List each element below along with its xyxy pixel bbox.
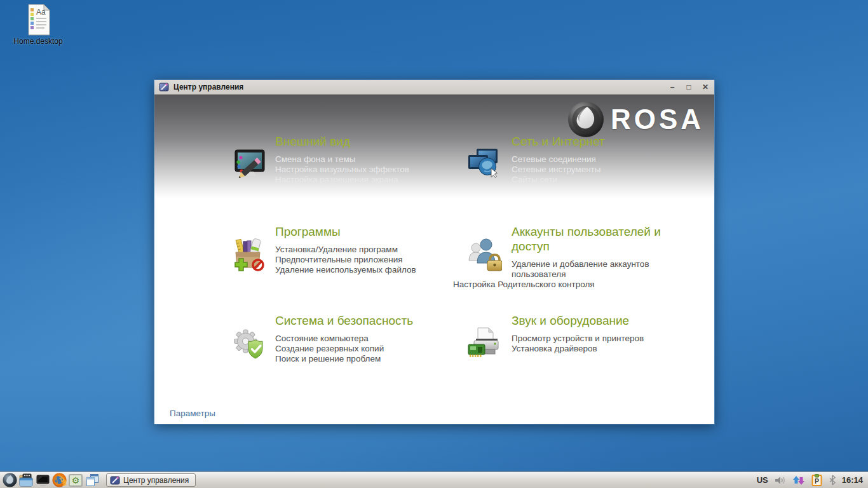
link-network-sites[interactable]: Сайты сети <box>512 175 675 185</box>
titlebar[interactable]: Центр управления – □ ✕ <box>154 80 714 95</box>
window-title: Центр управления <box>173 83 243 92</box>
section-accounts: Аккаунты пользователей и доступ Удаление… <box>466 224 676 290</box>
display-settings-button[interactable] <box>35 473 50 488</box>
section-title-appearance[interactable]: Внешний вид <box>275 134 439 149</box>
control-center-window-icon <box>159 82 169 92</box>
firefox-icon <box>52 473 67 487</box>
link-backups[interactable]: Создание резервных копий <box>275 344 439 354</box>
link-computer-status[interactable]: Состояние компьютера <box>275 334 439 344</box>
control-center-content: ROSA <box>154 95 714 424</box>
rosa-logo-text: ROSA <box>611 104 704 135</box>
link-screen-resolution[interactable]: Настройка разрешения экрана <box>275 175 439 185</box>
section-title-sound-hardware[interactable]: Звук и оборудование <box>512 313 675 328</box>
user-accounts-icon[interactable] <box>466 236 502 271</box>
display-icon <box>36 473 50 487</box>
network-icon[interactable] <box>466 146 502 181</box>
system-security-icon[interactable] <box>230 325 266 360</box>
network-traffic-icon[interactable] <box>792 475 805 485</box>
rosa-menu-button[interactable] <box>2 473 17 488</box>
link-add-remove-accounts[interactable]: Удаление и добавление аккаунтов пользова… <box>512 259 675 280</box>
link-preferred-applications[interactable]: Предпочтительные приложения <box>275 255 439 265</box>
section-sound-hardware: Звук и оборудование Просмотр устройств и… <box>466 313 676 360</box>
task-button-label: Центр управления <box>123 476 189 485</box>
section-title-system-security[interactable]: Система и безопасность <box>275 313 439 328</box>
file-manager-icon <box>18 473 34 487</box>
system-tray: US P <box>757 474 863 486</box>
firefox-button[interactable] <box>51 473 67 488</box>
taskbar: ⚙ Центр управления US <box>0 471 868 488</box>
show-desktop-icon <box>85 473 100 487</box>
link-network-connections[interactable]: Сетевые соединения <box>512 154 675 165</box>
link-driver-installation[interactable]: Установка драйверов <box>512 344 675 354</box>
link-parental-controls[interactable]: Настройка Родительского контроля <box>453 280 675 290</box>
clipboard-manager-icon[interactable]: P <box>811 474 823 486</box>
sound-hardware-icon[interactable] <box>466 325 502 360</box>
link-network-tools[interactable]: Сетевые инструменты <box>512 165 675 175</box>
desktop-icon-home[interactable]: Aa Home.desktop <box>9 4 67 46</box>
volume-icon[interactable] <box>774 475 787 485</box>
section-title-accounts[interactable]: Аккаунты пользователей и доступ <box>512 224 675 254</box>
desktop-file-icon: Aa <box>24 4 53 36</box>
control-center-launcher-icon: ⚙ <box>69 474 83 487</box>
section-title-network[interactable]: Сеть и Интернет <box>512 134 675 149</box>
section-appearance: Внешний вид Смена фона и темы Настройка … <box>230 134 440 185</box>
file-manager-button[interactable] <box>18 473 34 488</box>
section-network: Сеть и Интернет Сетевые соединения Сетев… <box>466 134 676 185</box>
section-system-security: Система и безопасность Состояние компьют… <box>230 313 440 364</box>
keyboard-layout-indicator[interactable]: US <box>757 475 768 485</box>
taskbar-task-control-center[interactable]: Центр управления <box>106 473 196 487</box>
maximize-button[interactable]: □ <box>684 83 693 91</box>
section-title-programs[interactable]: Программы <box>275 224 439 239</box>
section-programs: Программы Установка/Удаление программ Пр… <box>230 224 440 275</box>
control-center-window: Центр управления – □ ✕ <box>154 79 715 424</box>
gear-icon: ⚙ <box>72 476 80 485</box>
bluetooth-icon[interactable] <box>829 475 836 485</box>
appearance-icon[interactable] <box>230 146 266 181</box>
desktop-icon-label: Home.desktop <box>9 37 67 46</box>
svg-text:P: P <box>815 477 819 485</box>
link-remove-unused-files[interactable]: Удаление неиспользуемых файлов <box>275 265 439 275</box>
link-troubleshooting[interactable]: Поиск и решение проблем <box>275 354 439 364</box>
programs-icon[interactable] <box>230 236 266 271</box>
settings-link[interactable]: Параметры <box>170 409 215 418</box>
link-devices-printers[interactable]: Просмотр устройств и принтеров <box>512 334 675 344</box>
show-desktop-button[interactable] <box>85 473 100 488</box>
task-control-center-icon <box>110 475 120 485</box>
control-center-launcher-button[interactable]: ⚙ <box>68 473 83 488</box>
rosa-sphere-icon <box>567 101 604 138</box>
link-install-remove-programs[interactable]: Установка/Удаление программ <box>275 245 439 255</box>
link-visual-effects[interactable]: Настройка визуальных эффектов <box>275 165 439 175</box>
link-change-background-theme[interactable]: Смена фона и темы <box>275 154 439 165</box>
close-button[interactable]: ✕ <box>701 83 710 91</box>
rosa-menu-icon <box>3 473 17 487</box>
taskbar-clock[interactable]: 16:14 <box>842 475 863 485</box>
svg-text:Aa: Aa <box>36 8 46 17</box>
minimize-button[interactable]: – <box>668 83 677 91</box>
rosa-logo: ROSA <box>567 101 704 138</box>
desktop-wallpaper: Aa Home.desktop Центр управления – □ ✕ <box>0 0 868 488</box>
